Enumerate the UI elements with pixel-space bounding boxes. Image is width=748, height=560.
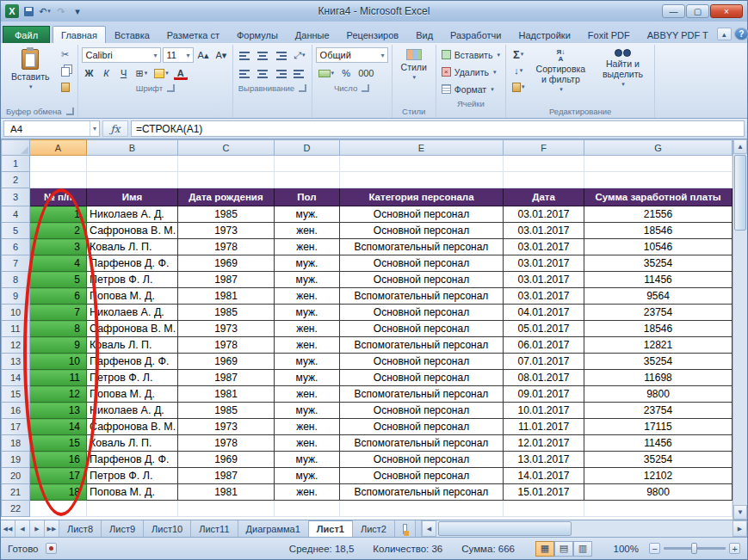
cell-F8[interactable]: 03.01.2017	[504, 272, 584, 288]
cell-E2[interactable]	[340, 172, 504, 188]
find-select-button[interactable]: Найти и выделить ▾	[594, 46, 651, 92]
cell-A8[interactable]: 5	[30, 272, 87, 288]
cell-C9[interactable]: 1981	[178, 288, 275, 305]
cell-G12[interactable]: 12821	[584, 337, 733, 354]
cell-F19[interactable]: 13.01.2017	[504, 452, 584, 468]
zoom-track[interactable]	[664, 547, 726, 550]
scroll-left-icon[interactable]: ◀	[422, 520, 436, 537]
cell-A16[interactable]: 13	[30, 403, 87, 419]
cell-G15[interactable]: 9800	[584, 386, 733, 403]
cell-D4[interactable]: муж.	[275, 206, 340, 223]
cell-B22[interactable]	[87, 501, 178, 517]
sheet-tab-Лист1[interactable]: Лист1	[309, 520, 353, 537]
cell-D3[interactable]: Пол	[275, 188, 340, 206]
dialog-launcher-icon[interactable]	[167, 84, 175, 92]
cell-B3[interactable]: Имя	[87, 188, 178, 206]
excel-app-icon[interactable]: X	[5, 4, 19, 18]
ribbon-tab-9[interactable]: Надстройки	[510, 26, 578, 43]
column-header-C[interactable]: C	[178, 140, 275, 156]
vertical-scrollbar[interactable]: ▲ ▼	[733, 139, 747, 520]
sheet-tab-Лист8[interactable]: Лист8	[59, 520, 102, 537]
number-format-select[interactable]: Общий▾	[316, 47, 388, 63]
increase-font-button[interactable]: A▴	[195, 47, 212, 63]
cell-E16[interactable]: Основной персонал	[340, 403, 504, 419]
cell-B14[interactable]: Петров Ф. Л.	[87, 370, 178, 386]
cell-A2[interactable]	[30, 172, 87, 188]
close-button[interactable]: ×	[710, 4, 743, 18]
row-header-14[interactable]: 14	[2, 370, 30, 386]
cell-B11[interactable]: Сафронова В. М.	[87, 321, 178, 337]
cell-C21[interactable]: 1981	[178, 484, 275, 501]
autosum-button[interactable]: Σ▾	[510, 46, 528, 62]
row-header-19[interactable]: 19	[2, 452, 30, 468]
cell-C8[interactable]: 1987	[178, 272, 275, 288]
cell-A17[interactable]: 14	[30, 419, 87, 435]
cell-A19[interactable]: 16	[30, 452, 87, 468]
cell-F16[interactable]: 10.01.2017	[504, 403, 584, 419]
row-header-2[interactable]: 2	[2, 172, 30, 188]
cell-G10[interactable]: 23754	[584, 305, 733, 321]
cell-G8[interactable]: 11456	[584, 272, 733, 288]
cell-B6[interactable]: Коваль Л. П.	[87, 239, 178, 255]
cell-F7[interactable]: 03.01.2017	[504, 255, 584, 272]
row-header-4[interactable]: 4	[2, 206, 30, 223]
zoom-out-icon[interactable]: −	[649, 543, 660, 554]
cell-F12[interactable]: 06.01.2017	[504, 337, 584, 354]
cell-B21[interactable]: Попова М. Д.	[87, 484, 178, 501]
cell-A11[interactable]: 8	[30, 321, 87, 337]
cell-C4[interactable]: 1985	[178, 206, 275, 223]
cell-F17[interactable]: 11.01.2017	[504, 419, 584, 435]
cell-G11[interactable]: 18546	[584, 321, 733, 337]
row-header-10[interactable]: 10	[2, 305, 30, 321]
row-header-1[interactable]: 1	[2, 156, 30, 172]
row-header-13[interactable]: 13	[2, 354, 30, 370]
cell-F15[interactable]: 09.01.2017	[504, 386, 584, 403]
formula-input[interactable]: =СТРОКА(A1)	[131, 120, 745, 137]
cell-E13[interactable]: Основной персонал	[340, 354, 504, 370]
cell-C19[interactable]: 1969	[178, 452, 275, 468]
cell-A18[interactable]: 15	[30, 435, 87, 452]
sheet-tab-Лист10[interactable]: Лист10	[144, 520, 191, 537]
cell-G3[interactable]: Сумма заработной платы	[584, 188, 733, 206]
row-header-16[interactable]: 16	[2, 403, 30, 419]
thousands-separator-button[interactable]: 000	[355, 65, 376, 81]
align-bottom-button[interactable]	[273, 47, 289, 63]
page-break-view-button[interactable]: ▥	[573, 541, 592, 557]
customize-qat-button[interactable]: ▾	[71, 4, 84, 18]
ribbon-tab-10[interactable]: Foxit PDF	[579, 26, 639, 43]
help-icon[interactable]: ?	[734, 28, 748, 40]
cell-G9[interactable]: 9564	[584, 288, 733, 305]
cell-B7[interactable]: Парфенов Д. Ф.	[87, 255, 178, 272]
ribbon-tab-11[interactable]: ABBYY PDF T	[639, 26, 717, 43]
sheet-tab-Диаграмма1[interactable]: Диаграмма1	[238, 520, 309, 537]
cell-E19[interactable]: Основной персонал	[340, 452, 504, 468]
ribbon-tab-4[interactable]: Формулы	[228, 26, 287, 43]
cell-F3[interactable]: Дата	[504, 188, 584, 206]
cell-D11[interactable]: жен.	[275, 321, 340, 337]
horizontal-scrollbar[interactable]: ◀ ▶	[421, 520, 747, 537]
cell-D15[interactable]: жен.	[275, 386, 340, 403]
cell-G4[interactable]: 21556	[584, 206, 733, 223]
cell-B19[interactable]: Парфенов Д. Ф.	[87, 452, 178, 468]
ribbon-tab-5[interactable]: Данные	[287, 26, 338, 43]
cell-D5[interactable]: жен.	[275, 223, 340, 239]
last-sheet-button[interactable]: ▶▶	[45, 520, 59, 537]
cell-E5[interactable]: Основной персонал	[340, 223, 504, 239]
row-header-11[interactable]: 11	[2, 321, 30, 337]
cell-G21[interactable]: 9800	[584, 484, 733, 501]
cell-E14[interactable]: Основной персонал	[340, 370, 504, 386]
cell-C1[interactable]	[178, 156, 275, 172]
cell-G5[interactable]: 18546	[584, 223, 733, 239]
name-box[interactable]: A4▾	[3, 120, 100, 137]
cell-F5[interactable]: 03.01.2017	[504, 223, 584, 239]
cell-C17[interactable]: 1973	[178, 419, 275, 435]
column-header-B[interactable]: B	[87, 140, 178, 156]
maximize-button[interactable]: ▢	[686, 4, 709, 18]
cell-E10[interactable]: Основной персонал	[340, 305, 504, 321]
cell-F9[interactable]: 03.01.2017	[504, 288, 584, 305]
cell-C20[interactable]: 1987	[178, 468, 275, 484]
cell-A12[interactable]: 9	[30, 337, 87, 354]
cell-D19[interactable]: муж.	[275, 452, 340, 468]
cell-styles-button[interactable]: Стили ▾	[396, 46, 432, 85]
cell-F22[interactable]	[504, 501, 584, 517]
